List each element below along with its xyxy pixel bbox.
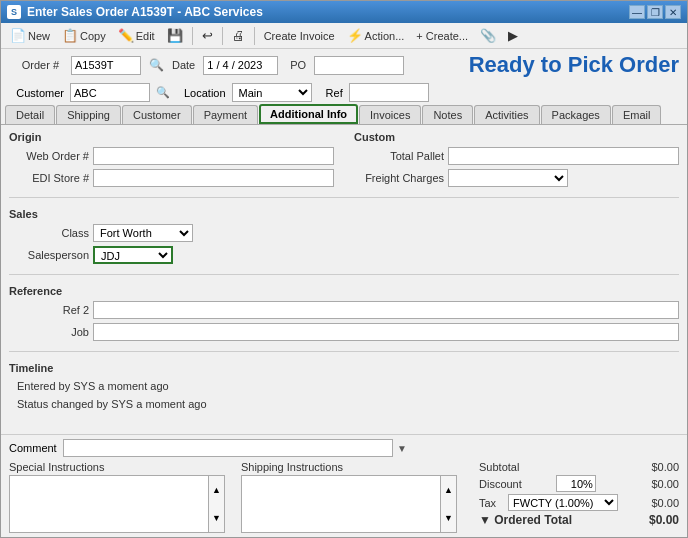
salesperson-select[interactable]: JDJ [93, 246, 173, 264]
subtotal-label: Subtotal [479, 461, 525, 473]
class-select[interactable]: Fort Worth [93, 224, 193, 242]
total-pallet-label: Total Pallet [354, 150, 444, 162]
edi-store-input[interactable] [93, 169, 334, 187]
toolbar-sep-2 [222, 27, 223, 45]
tab-shipping[interactable]: Shipping [56, 105, 121, 124]
undo-button[interactable]: ↩ [197, 26, 218, 45]
print-button[interactable]: 🖨 [227, 26, 250, 45]
total-pallet-row: Total Pallet [354, 147, 679, 165]
total-pallet-input[interactable] [448, 147, 679, 165]
salesperson-label: Salesperson [9, 249, 89, 261]
copy-icon: 📋 [62, 28, 78, 43]
discount-input[interactable] [556, 475, 596, 492]
customer-input[interactable] [70, 83, 150, 102]
tab-activities[interactable]: Activities [474, 105, 539, 124]
reference-section: Reference Ref 2 Job [9, 285, 679, 345]
comment-input[interactable] [63, 439, 393, 457]
create-button[interactable]: + Create... [411, 28, 473, 44]
nav-button[interactable]: ▶ [503, 26, 523, 45]
tab-detail[interactable]: Detail [5, 105, 55, 124]
divider-2 [9, 274, 679, 275]
attach-icon: 📎 [480, 28, 496, 43]
edit-button[interactable]: ✏️ Edit [113, 26, 160, 45]
tab-invoices[interactable]: Invoices [359, 105, 421, 124]
create-invoice-button[interactable]: Create Invoice [259, 28, 340, 44]
ref2-input[interactable] [93, 301, 679, 319]
divider-1 [9, 197, 679, 198]
special-instructions-textarea[interactable] [9, 475, 209, 533]
copy-button[interactable]: 📋 Copy [57, 26, 111, 45]
maximize-button[interactable]: ❐ [647, 5, 663, 19]
window-controls[interactable]: — ❐ ✕ [629, 5, 681, 19]
order-number-input[interactable] [71, 56, 141, 75]
web-order-input[interactable] [93, 147, 334, 165]
location-select[interactable]: Main [232, 83, 312, 102]
toolbar-sep-1 [192, 27, 193, 45]
header-row-2: Customer 🔍 Location Main Ref [1, 81, 687, 104]
timeline-section: Timeline Entered by SYS a moment ago Sta… [9, 362, 679, 413]
tax-amount: $0.00 [624, 497, 679, 509]
shipping-instr-scroll-up[interactable]: ▲ [441, 476, 456, 504]
class-label: Class [9, 227, 89, 239]
edit-icon: ✏️ [118, 28, 134, 43]
ref-input[interactable] [349, 83, 429, 102]
customer-label: Customer [9, 87, 64, 99]
timeline-label: Timeline [9, 362, 679, 374]
date-input[interactable] [203, 56, 278, 75]
timeline-entry-2: Status changed by SYS a moment ago [9, 396, 679, 414]
custom-label: Custom [354, 131, 679, 143]
tab-email[interactable]: Email [612, 105, 662, 124]
shipping-instr-scroll-down[interactable]: ▼ [441, 504, 456, 532]
edit-label: Edit [136, 30, 155, 42]
copy-label: Copy [80, 30, 106, 42]
location-label: Location [184, 87, 226, 99]
main-content: Origin Web Order # EDI Store # Custom To… [1, 125, 687, 434]
tax-row: Tax FWCTY (1.00%) $0.00 [479, 494, 679, 511]
tab-payment[interactable]: Payment [193, 105, 258, 124]
customer-search-icon[interactable]: 🔍 [156, 86, 170, 99]
order-search-icon[interactable]: 🔍 [149, 58, 164, 72]
action-button[interactable]: ⚡ Action... [342, 26, 410, 45]
nav-icon: ▶ [508, 28, 518, 43]
title-bar-left: S Enter Sales Order A1539T - ABC Service… [7, 5, 263, 19]
close-button[interactable]: ✕ [665, 5, 681, 19]
special-instructions-label: Special Instructions [9, 461, 225, 473]
new-button[interactable]: 📄 New [5, 26, 55, 45]
edi-store-label: EDI Store # [9, 172, 89, 184]
undo-icon: ↩ [202, 28, 213, 43]
save-button[interactable]: 💾 [162, 26, 188, 45]
special-instr-scroll-down[interactable]: ▼ [209, 504, 224, 532]
sales-section: Sales Class Fort Worth Salesperson JDJ [9, 208, 679, 268]
special-instr-scroll-up[interactable]: ▲ [209, 476, 224, 504]
bottom-area: Comment ▼ Special Instructions ▲ ▼ [1, 434, 687, 537]
shipping-instructions-textarea[interactable] [241, 475, 441, 533]
custom-section: Custom Total Pallet Freight Charges [354, 131, 679, 191]
tab-customer[interactable]: Customer [122, 105, 192, 124]
discount-value: $0.00 [624, 478, 679, 490]
tab-packages[interactable]: Packages [541, 105, 611, 124]
action-label: Action... [365, 30, 405, 42]
comment-dropdown-icon[interactable]: ▼ [397, 443, 407, 454]
freight-charges-label: Freight Charges [354, 172, 444, 184]
comment-label: Comment [9, 442, 59, 454]
job-input[interactable] [93, 323, 679, 341]
save-icon: 💾 [167, 28, 183, 43]
sales-label: Sales [9, 208, 679, 220]
origin-label: Origin [9, 131, 334, 143]
bottom-instructions-totals: Special Instructions ▲ ▼ Shipping Instru… [9, 461, 679, 533]
discount-label: Discount [479, 478, 528, 490]
tax-select[interactable]: FWCTY (1.00%) [508, 494, 618, 511]
ordered-total-label: ▼ Ordered Total [479, 513, 578, 527]
tab-notes[interactable]: Notes [422, 105, 473, 124]
comment-row: Comment ▼ [9, 439, 679, 457]
origin-section: Origin Web Order # EDI Store # [9, 131, 334, 191]
po-input[interactable] [314, 56, 404, 75]
freight-charges-select[interactable] [448, 169, 568, 187]
attach-button[interactable]: 📎 [475, 26, 501, 45]
reference-label: Reference [9, 285, 679, 297]
minimize-button[interactable]: — [629, 5, 645, 19]
ref2-row: Ref 2 [9, 301, 679, 319]
date-label: Date [172, 59, 195, 71]
tab-additional-info[interactable]: Additional Info [259, 104, 358, 124]
web-order-label: Web Order # [9, 150, 89, 162]
